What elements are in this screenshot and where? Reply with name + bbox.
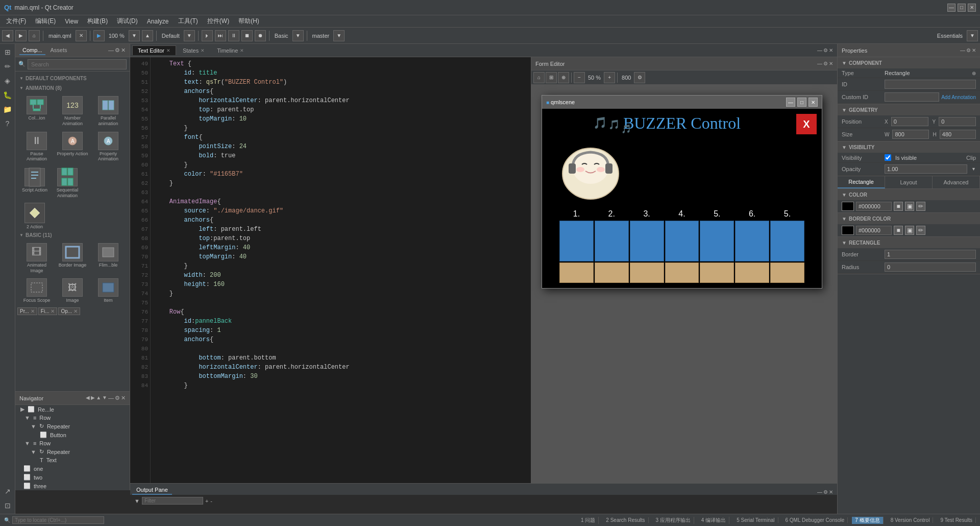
key-5[interactable] (700, 221, 734, 261)
col-animation-item[interactable]: Col...ion (19, 94, 54, 129)
property-animation-item[interactable]: A Property Animation (91, 130, 126, 164)
status-app-output[interactable]: 3 应用程序输出 (653, 517, 694, 524)
border-color-section-header[interactable]: ▼ BORDER COLOR (838, 213, 980, 224)
fi-close[interactable]: ✕ (51, 308, 55, 314)
status-vcs[interactable]: 8 Version Control (888, 517, 934, 523)
output-settings[interactable]: ⚙ (823, 489, 828, 495)
status-serial[interactable]: 5 Serial Terminal (733, 517, 778, 523)
animation-section-header[interactable]: ▼ ANIMATION (8) (15, 83, 130, 93)
tree-item-two[interactable]: ⬜ two (15, 473, 130, 482)
opacity-dropdown[interactable]: ▼ (971, 166, 976, 172)
border-solid-btn[interactable]: ■ (894, 226, 903, 235)
toolbar-stop[interactable]: ⏹ (241, 30, 253, 41)
tan-4[interactable] (665, 262, 699, 283)
minus-btn[interactable]: - (210, 498, 212, 504)
animated-image-item[interactable]: 🎞 Animated Image (19, 241, 54, 276)
code-content[interactable]: 4950515253545556575859606162636465666768… (130, 57, 531, 483)
tan-2[interactable] (595, 262, 629, 283)
status-problems[interactable]: 1 问题 (578, 517, 599, 524)
design-icon[interactable]: ◈ (2, 75, 14, 87)
x-input[interactable] (891, 117, 928, 126)
edit-icon[interactable]: ✏ (2, 60, 14, 73)
menu-edit[interactable]: 编辑(E) (31, 16, 60, 27)
nav-minimize[interactable]: — (108, 395, 114, 401)
form-anchor[interactable]: ⊕ (558, 72, 569, 83)
property-action-item[interactable]: A Property Action (55, 130, 90, 164)
key-4[interactable] (665, 221, 699, 261)
op-item[interactable]: Op... ✕ (58, 307, 80, 315)
pr-close[interactable]: ✕ (31, 308, 35, 314)
plus-btn[interactable]: + (205, 498, 208, 504)
menu-analyze[interactable]: Analyze (143, 17, 173, 26)
y-input[interactable] (939, 117, 976, 126)
center-minimize[interactable]: — (817, 47, 822, 53)
color-solid-btn[interactable]: ■ (894, 202, 903, 211)
form-grid[interactable]: ⊞ (546, 72, 557, 83)
pr-item[interactable]: Pr... ✕ (17, 307, 37, 315)
number-animation-item[interactable]: 123 Number Animation (55, 94, 90, 129)
external-icon[interactable]: ↗ (2, 485, 14, 497)
radius-input[interactable] (885, 262, 976, 272)
nav-right[interactable]: ▶ (91, 395, 95, 401)
props-minimize[interactable]: — (960, 47, 965, 53)
tree-item-row1[interactable]: ▼ ≡ Row (15, 414, 130, 422)
flimble-item[interactable]: Flim...ble (91, 241, 126, 276)
menu-debug[interactable]: 调试(D) (113, 16, 142, 27)
run-button[interactable]: ▶ (93, 30, 105, 41)
2action-item[interactable]: 2 Action (19, 203, 50, 229)
form-editor-minimize[interactable]: — (817, 61, 822, 66)
color-swatch[interactable] (842, 202, 854, 211)
tree-item-text[interactable]: T Text (15, 456, 130, 464)
help-icon[interactable]: ? (2, 117, 14, 130)
default-components-header[interactable]: ▼ DEFAULT COMPONENTS (15, 74, 130, 83)
output-close[interactable]: ✕ (829, 489, 833, 495)
tree-item-row2[interactable]: ▼ ≡ Row (15, 439, 130, 447)
menu-view[interactable]: View (61, 17, 82, 26)
center-settings[interactable]: ⚙ (823, 47, 828, 53)
code-text[interactable]: Text { id: title text: qsTr("BUZZER Cont… (151, 57, 531, 483)
menu-help[interactable]: 帮助(H) (234, 16, 263, 27)
timeline-tab[interactable]: Timeline ✕ (211, 45, 250, 55)
states-tab[interactable]: States ✕ (177, 45, 210, 55)
form-zoom-in[interactable]: + (604, 72, 615, 83)
rectangle-section-header[interactable]: ▼ RECTANGLE (838, 237, 980, 248)
bottom-icon[interactable]: ⊡ (2, 499, 14, 512)
buzzer-x-btn[interactable]: X (796, 114, 817, 134)
qml-minimize-btn[interactable]: — (786, 98, 795, 107)
color-section-header[interactable]: ▼ COLOR (838, 189, 980, 200)
basic-section-header[interactable]: ▼ BASIC (11) (15, 230, 130, 240)
geometry-section-header[interactable]: ▼ GEOMETRY (838, 104, 980, 115)
status-qml-debug[interactable]: 6 QML Debugger Console (782, 517, 848, 523)
rect-tab[interactable]: Rectangle (838, 176, 885, 188)
id-input[interactable] (885, 80, 976, 89)
status-tests[interactable]: 9 Test Results (937, 517, 976, 523)
menu-widgets[interactable]: 控件(W) (203, 16, 233, 27)
is-visible-checkbox[interactable] (885, 154, 891, 161)
output-tab-summary[interactable]: Output Pane (132, 486, 172, 495)
props-settings[interactable]: ⚙ (966, 47, 971, 53)
tree-item-one[interactable]: ⬜ one (15, 464, 130, 473)
parallel-animation-item[interactable]: Parallel animation (91, 94, 126, 129)
tan-3[interactable] (630, 262, 664, 283)
library-tab-assets[interactable]: Assets (47, 46, 70, 55)
tree-item-repeater1[interactable]: ▼ ↻ Repeater (15, 422, 130, 431)
text-editor-tab[interactable]: Text Editor ✕ (132, 45, 176, 55)
basic-dropdown[interactable]: ▼ (292, 30, 304, 41)
color-gradient-btn[interactable]: ▣ (905, 202, 914, 211)
center-close[interactable]: ✕ (829, 47, 833, 53)
library-settings[interactable]: ⚙ (115, 47, 120, 54)
nav-left[interactable]: ◀ (86, 395, 90, 401)
advanced-tab[interactable]: Advanced (933, 176, 980, 188)
form-editor-close[interactable]: ✕ (829, 61, 833, 66)
form-home[interactable]: ⌂ (533, 72, 545, 83)
toolbar-play[interactable]: ⏵ (202, 30, 213, 41)
key-6[interactable] (735, 221, 769, 261)
mode-dropdown[interactable]: ▼ (184, 30, 195, 41)
tan-5[interactable] (700, 262, 734, 283)
props-close[interactable]: ✕ (972, 47, 976, 53)
toolbar-step[interactable]: ⏭ (215, 30, 226, 41)
qml-maximize-btn[interactable]: □ (797, 98, 806, 107)
key-2[interactable] (595, 221, 629, 261)
close-file-button[interactable]: ✕ (76, 30, 87, 41)
tan-6[interactable] (735, 262, 769, 283)
